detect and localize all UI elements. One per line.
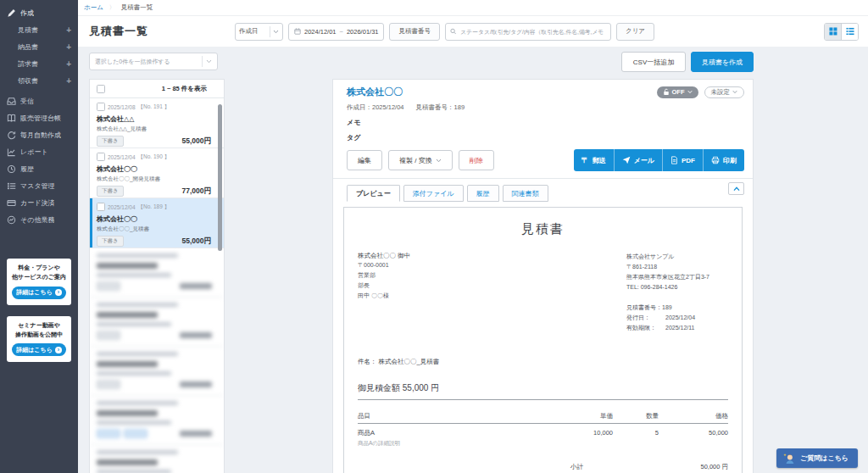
edit-button[interactable]: 編集 [347,150,382,170]
list-item-blurred[interactable] [90,445,224,473]
search-input[interactable] [459,28,606,36]
status-select[interactable]: 未設定 [704,86,745,98]
date-range-input[interactable]: 2024/12/01 ~ 2026/01/31 [288,23,384,41]
collapse-panel-button[interactable] [728,182,744,195]
item-number: 【No. 190 】 [138,153,170,161]
sidebar-item-create[interactable]: 作成 [0,4,78,21]
duplicate-convert-button[interactable]: 複製 / 変換 [388,150,453,170]
plus-icon[interactable]: + [66,76,71,86]
tab-related-docs[interactable]: 関連書類 [503,185,548,202]
create-estimate-button[interactable]: 見積書を作成 [691,52,754,72]
row-checkbox[interactable] [97,153,105,161]
item-amount: 55,000円 [182,136,212,147]
item-number: 【No. 191 】 [138,103,170,111]
history-clock-icon [6,164,16,174]
list-item-blurred[interactable] [90,248,224,298]
list-view-icon [846,27,854,36]
sidebar-item-delivery-slips[interactable]: 納品書 + [0,38,78,55]
lock-toggle[interactable]: OFF [657,86,698,98]
list-view-button[interactable] [842,24,858,40]
csv-bulk-add-button[interactable]: CSV一括追加 [621,52,686,72]
document-preview: 見積書 株式会社〇〇 御中 〒000-0001 営業部 部長 田中 〇〇様 株式… [343,207,743,473]
row-checkbox[interactable] [97,103,105,111]
detail-number: 見積書番号：189 [416,103,465,112]
list-item-selected[interactable]: 2025/12/04 【No. 189 】 株式会社〇〇 株式会社〇〇_見積書 … [90,198,224,248]
pdf-button[interactable]: PDF [662,149,703,171]
item-company: 株式会社△△ [97,114,217,124]
arrow-right-icon: › [55,347,62,353]
sidebar-item-history[interactable]: 履歴 [0,160,78,177]
item-subject: 株式会社△△_見積書 [97,125,217,133]
sidebar-item-receipts[interactable]: 領収書 + [0,72,78,89]
main-area: ホーム 〉 見積書一覧 見積書一覧 作成日 2024/12/01 ~ 2026/… [78,0,868,473]
plus-icon[interactable]: + [66,59,71,69]
report-chart-icon [6,147,16,157]
detail-header: 株式会社〇〇 OFF 未設定 作成日：2025/12/04 [333,80,753,178]
sidebar-item-master[interactable]: マスタ管理 [0,177,78,194]
sidebar-item-reports[interactable]: レポート [0,143,78,160]
tab-history[interactable]: 履歴 [467,185,499,202]
printer-icon [711,156,720,164]
postal-send-button[interactable]: 〒 郵送 [574,149,614,171]
bulk-action-select[interactable]: 選択した0件を一括操作する [89,53,218,70]
grid-view-button[interactable] [825,24,842,40]
list-item-blurred[interactable] [90,396,224,445]
sidebar-item-auto-create[interactable]: 毎月自動作成 [0,126,78,143]
clear-button[interactable]: クリア [616,23,654,41]
search-box [445,23,611,41]
postal-mark-icon: 〒 [581,155,589,166]
sidebar-item-inbox[interactable]: 受信 [0,92,78,109]
master-list-icon [6,181,16,191]
item-subject: 株式会社〇〇_見積書 [97,225,217,233]
paper-plane-icon [622,156,631,164]
chevron-down-icon [436,159,442,163]
sidebar-item-card-payment[interactable]: カード決済 [0,194,78,211]
sidebar-item-invoices[interactable]: 請求書 + [0,55,78,72]
item-company: 株式会社〇〇 [97,164,217,174]
chevron-down-icon [732,90,737,94]
item-subject: 株式会社〇〇_開発見積書 [97,175,217,183]
tab-preview[interactable]: プレビュー [347,185,400,202]
document-title: 見積書 [358,221,728,237]
list-scrollbar-thumb[interactable] [218,104,222,251]
chevron-up-icon [733,186,740,192]
app-window: 作成 見積書 + 納品書 + 請求書 + 領収書 + 受信 販売管 [0,0,868,473]
delete-button[interactable]: 削除 [459,150,494,170]
select-all-checkbox[interactable] [97,85,105,93]
sidebar-item-label: 作成 [20,8,34,18]
promo-plans-details-button[interactable]: 詳細はこちら › [12,287,66,299]
detail-tabs: プレビュー 添付ファイル 履歴 関連書類 [347,185,739,202]
chevron-down-icon [687,90,693,94]
breadcrumb-current: 見積書一覧 [121,3,153,12]
sidebar-item-estimates[interactable]: 見積書 + [0,21,78,38]
item-number: 【No. 189 】 [138,203,170,211]
help-button[interactable]: ご質問はこちら [776,448,858,468]
divider [333,178,753,179]
document-sender-block: 株式会社サンプル 〒861-2118 熊本県熊本市東区花立2丁目3-7 TEL:… [626,252,728,333]
plus-icon[interactable]: + [66,42,71,52]
send-actions-bar: 〒 郵送 メール PDF [574,149,744,171]
row-checkbox[interactable] [97,203,105,211]
inbox-icon [6,96,16,106]
sidebar-item-other-tasks[interactable]: その他業務 [0,211,78,228]
subtotal-row: 小計 50,000 円 [570,463,728,473]
estimate-number-button[interactable]: 見積書番号 [389,23,440,41]
tab-attachments[interactable]: 添付ファイル [403,185,464,202]
promo-seminar-details-button[interactable]: 詳細はこちら › [12,343,66,356]
document-recipient-block: 株式会社〇〇 御中 〒000-0001 営業部 部長 田中 〇〇様 [358,252,626,333]
breadcrumb-home-link[interactable]: ホーム [84,3,103,12]
detail-created-date: 作成日：2025/12/04 [347,103,404,112]
date-type-select[interactable]: 作成日 [235,23,283,41]
email-button[interactable]: メール [614,149,662,171]
sidebar-item-sales-ledger[interactable]: 販売管理台帳 [0,109,78,126]
detail-company-title: 株式会社〇〇 [347,86,403,98]
list-item-blurred[interactable] [90,298,224,347]
plus-icon[interactable]: + [66,25,71,35]
list-header: 1 ~ 85 件を表示 [90,80,224,98]
breadcrumb-separator: 〉 [109,3,115,12]
calendar-icon [294,28,301,35]
print-button[interactable]: 印刷 [703,149,744,171]
list-item[interactable]: 2025/12/08 【No. 191 】 株式会社△△ 株式会社△△_見積書 … [90,98,224,148]
list-item[interactable]: 2025/12/04 【No. 190 】 株式会社〇〇 株式会社〇〇_開発見積… [90,148,224,198]
list-item-blurred[interactable] [90,347,224,396]
